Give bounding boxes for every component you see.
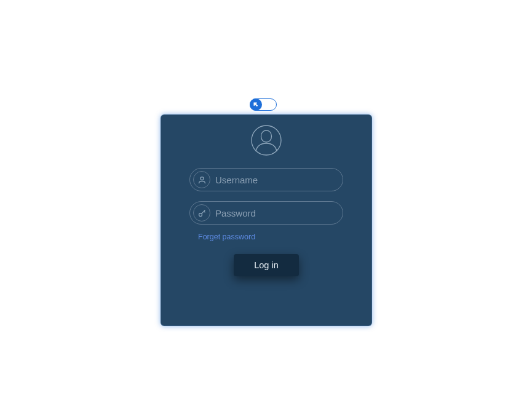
svg-point-3 — [199, 213, 202, 216]
password-wrapper — [189, 201, 343, 225]
username-input[interactable] — [210, 169, 343, 191]
arrow-up-left-icon — [253, 102, 259, 108]
user-icon — [193, 171, 210, 188]
login-button[interactable]: Log in — [234, 254, 299, 276]
password-input[interactable] — [210, 202, 343, 224]
avatar-image — [251, 125, 282, 156]
forget-password-wrapper: Forget password — [198, 231, 255, 242]
svg-line-5 — [204, 211, 205, 212]
key-icon — [193, 204, 210, 221]
avatar-silhouette-icon — [251, 125, 282, 156]
login-card: Forget password Log in — [161, 114, 372, 326]
svg-point-2 — [200, 177, 204, 180]
forget-password-link[interactable]: Forget password — [198, 233, 255, 241]
username-wrapper — [189, 168, 343, 191]
toggle-knob — [250, 98, 262, 111]
theme-toggle[interactable] — [250, 98, 277, 111]
